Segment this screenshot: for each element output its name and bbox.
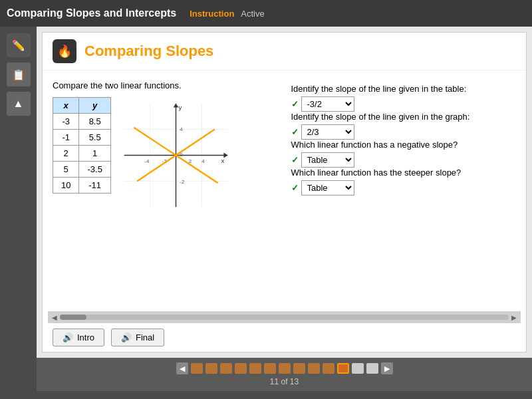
question-label-1: Identify the slope of the line given in … (291, 84, 517, 94)
bottom-buttons: 🔊 Intro 🔊 Final (43, 323, 526, 352)
compare-text: Compare the two linear functions. (53, 80, 278, 90)
svg-text:4: 4 (180, 126, 183, 132)
question-3: Which linear function has a negative slo… (291, 140, 517, 168)
table-cell: 8.5 (79, 114, 110, 130)
scrollbar-track[interactable] (60, 315, 509, 320)
answer-select-2[interactable]: -3/2-2/32/33/2 (301, 124, 354, 140)
svg-text:y: y (178, 104, 182, 111)
active-tab: Active (241, 9, 264, 19)
nav-dot-10[interactable] (323, 363, 334, 374)
nav-prev-arrow[interactable]: ◀ (176, 362, 188, 374)
table-cell: -1 (53, 130, 79, 146)
question-2: Identify the slope of the line given in … (291, 112, 517, 140)
svg-marker-9 (173, 104, 178, 108)
intro-label: Intro (77, 332, 94, 342)
nav-dot-1[interactable] (191, 363, 203, 374)
table-cell: 5 (53, 162, 79, 178)
table-cell: -3 (53, 114, 79, 130)
page-header: 🔥 Comparing Slopes (43, 33, 526, 70)
question-label-2: Identify the slope of the line given in … (291, 112, 517, 122)
right-section: Identify the slope of the line given in … (291, 80, 517, 301)
sidebar: ✏️ 📋 ▲ (0, 27, 37, 399)
page-title: Comparing Slopes and Intercepts (7, 7, 176, 19)
final-button[interactable]: 🔊 Final (111, 329, 164, 346)
scroll-right-arrow[interactable]: ▶ (509, 314, 519, 321)
table-cell: 1 (79, 146, 110, 162)
nav-dot-3[interactable] (220, 363, 232, 374)
check-icon-1: ✓ (291, 99, 299, 109)
question-label-4: Which linear function has the steeper sl… (291, 168, 517, 178)
col-y-header: y (79, 98, 110, 114)
scroll-left-arrow[interactable]: ◀ (49, 314, 60, 321)
scrollbar-thumb[interactable] (60, 315, 86, 320)
intro-button[interactable]: 🔊 Intro (53, 329, 104, 346)
nav-dot-4[interactable] (235, 363, 247, 374)
left-section: Compare the two linear functions. x y -3… (53, 80, 278, 301)
check-icon-3: ✓ (291, 155, 299, 165)
table-and-graph: x y -38.5-15.5215-3.510-11 (53, 97, 278, 213)
question-label-3: Which linear function has a negative slo… (291, 140, 517, 150)
nav-next-arrow[interactable]: ▶ (381, 362, 393, 374)
col-x-header: x (53, 98, 79, 114)
svg-text:-2: -2 (180, 179, 184, 185)
page-indicator: 11 of 13 (270, 377, 299, 386)
top-bar: Comparing Slopes and Intercepts Instruct… (0, 0, 532, 27)
nav-dot-7[interactable] (279, 363, 291, 374)
nav-dot-12[interactable] (352, 363, 364, 374)
pencil-icon[interactable]: ✏️ (7, 33, 31, 57)
content-area: 🔥 Comparing Slopes Compare the two linea… (37, 27, 532, 399)
calculator-icon[interactable]: 📋 (7, 63, 31, 86)
svg-text:-4: -4 (144, 158, 150, 164)
table-cell: 2 (53, 146, 79, 162)
check-icon-2: ✓ (291, 127, 299, 137)
check-icon-4: ✓ (291, 183, 299, 193)
nav-dot-9[interactable] (308, 363, 320, 374)
nav-dot-5[interactable] (249, 363, 261, 374)
answer-select-3[interactable]: TableGraph (301, 152, 354, 168)
table-cell: -3.5 (79, 162, 110, 178)
try-it-icon: 🔥 (53, 39, 76, 63)
nav-dot-13[interactable] (366, 363, 378, 374)
nav-dot-6[interactable] (264, 363, 276, 374)
answer-select-4[interactable]: TableGraph (301, 180, 354, 196)
nav-bar: ◀ ▶ 11 of 13 (37, 358, 532, 391)
nav-dots: ◀ ▶ (176, 362, 393, 374)
coordinate-graph: x y -4 -2 2 4 4 0 -2 (118, 97, 234, 213)
table-cell: -11 (79, 178, 110, 194)
page-body: Compare the two linear functions. x y -3… (43, 70, 526, 311)
nav-dot-8[interactable] (293, 363, 305, 374)
arrow-icon[interactable]: ▲ (7, 92, 31, 116)
speaker-icon-2: 🔊 (121, 332, 132, 342)
table-cell: 10 (53, 178, 79, 194)
horizontal-scrollbar[interactable]: ◀ ▶ (48, 311, 521, 323)
svg-text:4: 4 (201, 158, 205, 164)
bottom-scrollbar[interactable] (37, 391, 532, 399)
instruction-tab[interactable]: Instruction (190, 9, 234, 19)
question-4: Which linear function has the steeper sl… (291, 168, 517, 196)
final-label: Final (136, 332, 154, 342)
question-1: Identify the slope of the line given in … (291, 84, 517, 112)
nav-dot-11[interactable] (337, 363, 349, 374)
svg-text:x: x (221, 157, 224, 164)
nav-dot-2[interactable] (205, 363, 217, 374)
table-cell: 5.5 (79, 130, 110, 146)
content-inner: 🔥 Comparing Slopes Compare the two linea… (42, 32, 527, 352)
data-table: x y -38.5-15.5215-3.510-11 (53, 97, 111, 194)
answer-select-1[interactable]: -3/2-2/32/33/2 (301, 96, 354, 112)
speaker-icon: 🔊 (63, 332, 73, 342)
lesson-title: Comparing Slopes (84, 43, 213, 60)
